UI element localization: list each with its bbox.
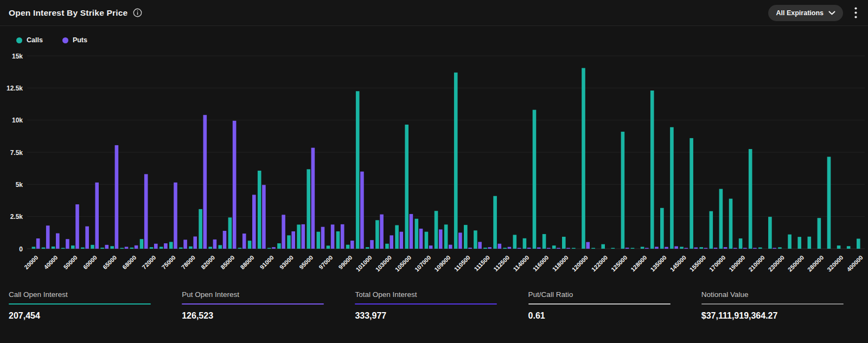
bar-put[interactable] [439, 229, 443, 249]
bar-call[interactable] [140, 239, 144, 249]
bar-put[interactable] [547, 248, 551, 249]
bar-call[interactable] [42, 248, 46, 249]
bar-call[interactable] [483, 248, 487, 249]
info-icon[interactable] [133, 8, 142, 17]
bar-call[interactable] [818, 218, 821, 249]
bar-put[interactable] [566, 248, 570, 249]
bar-call[interactable] [346, 245, 350, 249]
bar-put[interactable] [586, 242, 590, 249]
bar-call[interactable] [690, 138, 693, 249]
bar-put[interactable] [311, 148, 315, 249]
bar-put[interactable] [213, 240, 217, 249]
bar-put[interactable] [331, 224, 335, 249]
bar-call[interactable] [729, 199, 733, 249]
bar-call[interactable] [444, 224, 448, 249]
bar-call[interactable] [356, 91, 360, 249]
bar-put[interactable] [488, 247, 492, 249]
bar-put[interactable] [282, 215, 285, 249]
bar-call[interactable] [670, 127, 674, 249]
bar-call[interactable] [208, 247, 212, 249]
bar-put[interactable] [36, 238, 40, 249]
bar-call[interactable] [680, 247, 684, 249]
more-menu-button[interactable] [851, 7, 860, 20]
bar-call[interactable] [582, 68, 585, 249]
bar-put[interactable] [272, 247, 276, 249]
bar-call[interactable] [189, 247, 193, 249]
bar-put[interactable] [66, 239, 69, 249]
bar-put[interactable] [341, 224, 344, 249]
bar-put[interactable] [400, 232, 404, 249]
bar-call[interactable] [837, 245, 841, 249]
bar-call[interactable] [336, 231, 340, 249]
bar-call[interactable] [238, 248, 242, 249]
bar-call[interactable] [81, 248, 85, 249]
bar-call[interactable] [91, 245, 94, 249]
bar-put[interactable] [537, 248, 541, 249]
bar-call[interactable] [120, 248, 124, 249]
bar-call[interactable] [857, 238, 860, 249]
bar-put[interactable] [429, 245, 433, 249]
bar-call[interactable] [758, 248, 762, 249]
bar-put[interactable] [714, 248, 718, 249]
bar-call[interactable] [552, 245, 556, 249]
bar-put[interactable] [252, 195, 256, 249]
bar-put[interactable] [645, 248, 649, 249]
bar-put[interactable] [135, 245, 138, 249]
bar-call[interactable] [287, 235, 291, 249]
bar-put[interactable] [478, 242, 482, 249]
bar-call[interactable] [719, 189, 723, 249]
bar-put[interactable] [468, 248, 472, 249]
bar-call[interactable] [435, 211, 438, 249]
bar-call[interactable] [699, 247, 703, 249]
bar-put[interactable] [518, 248, 521, 249]
bar-put[interactable] [95, 183, 99, 249]
bar-call[interactable] [415, 219, 419, 249]
bar-call[interactable] [405, 125, 409, 249]
bar-call[interactable] [375, 220, 379, 249]
bar-call[interactable] [808, 237, 812, 249]
bar-call[interactable] [385, 244, 389, 249]
bar-call[interactable] [454, 73, 458, 249]
bar-put[interactable] [105, 245, 109, 249]
bar-call[interactable] [513, 235, 517, 249]
bar-put[interactable] [773, 248, 776, 249]
bar-put[interactable] [419, 229, 423, 249]
bar-call[interactable] [601, 244, 605, 249]
bar-put[interactable] [302, 224, 305, 249]
bar-put[interactable] [223, 231, 227, 249]
bar-put[interactable] [557, 248, 560, 249]
bar-call[interactable] [533, 110, 537, 249]
bar-call[interactable] [61, 248, 65, 249]
bar-put[interactable] [410, 214, 413, 249]
bar-put[interactable] [704, 248, 708, 249]
bar-put[interactable] [56, 234, 60, 249]
bar-call[interactable] [425, 232, 429, 249]
bar-call[interactable] [110, 246, 114, 249]
bar-call[interactable] [778, 247, 782, 249]
bar-call[interactable] [621, 132, 625, 249]
bar-call[interactable] [493, 196, 497, 249]
bar-put[interactable] [46, 225, 50, 249]
bar-call[interactable] [749, 149, 752, 249]
bar-call[interactable] [199, 209, 202, 249]
bar-put[interactable] [626, 248, 629, 249]
bar-call[interactable] [562, 237, 566, 249]
bar-call[interactable] [768, 217, 772, 249]
bar-call[interactable] [317, 232, 321, 249]
bar-put[interactable] [360, 172, 364, 249]
bar-call[interactable] [650, 90, 654, 249]
bar-put[interactable] [684, 248, 688, 249]
bar-call[interactable] [150, 247, 154, 249]
bar-call[interactable] [631, 248, 635, 249]
bar-call[interactable] [52, 247, 55, 249]
bar-put[interactable] [724, 247, 727, 249]
bar-call[interactable] [32, 247, 36, 249]
bar-call[interactable] [327, 245, 330, 249]
bar-call[interactable] [847, 246, 851, 249]
bar-put[interactable] [694, 248, 698, 249]
bar-call[interactable] [611, 248, 615, 249]
bar-call[interactable] [474, 230, 477, 249]
bar-put[interactable] [508, 247, 512, 249]
bar-put[interactable] [350, 241, 354, 249]
bar-put[interactable] [144, 174, 148, 249]
